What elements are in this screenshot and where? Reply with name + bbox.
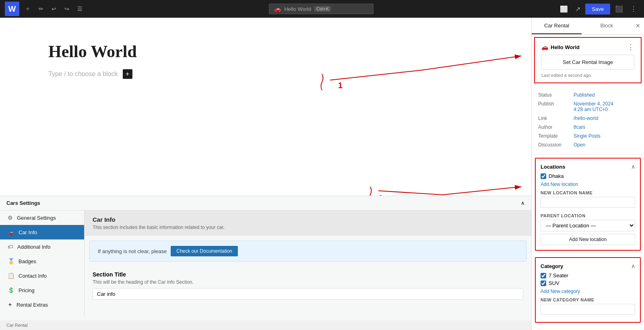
car-info-icon: 🚗 [8, 229, 14, 235]
status-value[interactable]: Published [574, 92, 595, 98]
template-label: Template [538, 133, 570, 139]
meta-link: Link /hello-world [538, 114, 638, 123]
author-value[interactable]: tfcars [574, 124, 585, 130]
rental-extras-icon: ✦ [8, 301, 12, 308]
right-panel: Car Rental Block × 🚗 Hello World ⋮ Set C… [531, 18, 644, 330]
car-info-title: Car Info [93, 216, 523, 223]
editor-content[interactable]: Hello World Type / to choose a block + 1… [0, 18, 531, 196]
cars-settings-body: ⚙ General Settings 🚗 Car Info 🏷 Addition… [0, 210, 531, 317]
locations-title: Locations [541, 164, 565, 170]
section-title-desc: This will be the heading of the Car info… [93, 279, 523, 285]
undo-button[interactable]: ↩ [49, 3, 59, 14]
add-block-inline-button[interactable]: + [123, 69, 132, 79]
car-icon: 🚗 [274, 6, 281, 12]
new-location-name-label: NEW LOCATION NAME [541, 190, 635, 195]
car-info-content: Car Info This section includes the basic… [85, 210, 531, 317]
redo-button[interactable]: ↪ [62, 3, 72, 14]
tab-car-rental[interactable]: Car Rental [532, 18, 582, 34]
category-title: Category [541, 263, 563, 269]
location-dhaka-row: Dhaka [541, 173, 635, 179]
general-icon: ⚙ [8, 214, 13, 221]
list-view-button[interactable]: ☰ [75, 3, 85, 14]
sidebar-item-general[interactable]: ⚙ General Settings [0, 210, 84, 225]
additional-icon: 🏷 [8, 243, 13, 250]
post-title[interactable]: Hello World [0, 18, 531, 69]
locations-collapse-button[interactable]: ∧ [631, 163, 635, 170]
settings-button[interactable]: ⬛ [613, 3, 625, 15]
sidebar-label-contact: Contact Info [19, 273, 47, 279]
link-value[interactable]: /hello-world [574, 116, 598, 121]
search-bar[interactable]: 🚗 Hello World Ctrl+K [269, 4, 374, 14]
view-button[interactable]: ↗ [573, 3, 583, 15]
meta-status: Status Published [538, 91, 638, 99]
meta-publish: Publish November 4, 2024 4:28 am UTC+0 [538, 99, 638, 114]
main-layout: Hello World Type / to choose a block + 1… [0, 18, 644, 330]
category-suv-checkbox[interactable] [541, 280, 546, 286]
post-more-button[interactable]: ⋮ [627, 43, 634, 52]
new-location-name-input[interactable] [541, 197, 635, 208]
shortcut-badge: Ctrl+K [314, 6, 331, 12]
sidebar-item-additional-info[interactable]: 🏷 Additional Info [0, 239, 84, 254]
section-title-input[interactable] [93, 288, 523, 300]
category-section: Category ∧ 7 Seater SUV Add New category… [535, 257, 641, 323]
locations-header: Locations ∧ [541, 163, 635, 170]
meta-section: Status Published Publish November 4, 202… [532, 86, 644, 155]
status-label: Status [538, 92, 570, 98]
add-new-location-link[interactable]: Add New location [541, 182, 635, 187]
badges-icon: 🏅 [8, 258, 14, 264]
post-name-row: 🚗 Hello World ⋮ [541, 43, 634, 52]
category-collapse-button[interactable]: ∧ [631, 263, 635, 269]
sidebar-item-car-info[interactable]: 🚗 Car Info [0, 225, 84, 239]
doc-btn[interactable]: Check our Documentation [171, 246, 238, 256]
location-dhaka-label: Dhaka [549, 173, 564, 179]
add-block-button[interactable]: ＋ [23, 3, 33, 15]
sidebar-item-rental-extras[interactable]: ✦ Rental Extras [0, 297, 84, 312]
category-7seater-checkbox[interactable] [541, 273, 546, 278]
save-button[interactable]: Save [585, 4, 610, 14]
wp-logo[interactable]: W [5, 2, 19, 16]
cars-sidebar: ⚙ General Settings 🚗 Car Info 🏷 Addition… [0, 210, 85, 317]
discussion-label: Discussion [538, 142, 570, 148]
sidebar-label-badges: Badges [19, 258, 36, 264]
post-section: 🚗 Hello World ⋮ Set Car Rental Image Las… [534, 37, 642, 83]
cars-settings-header[interactable]: Cars Settings ∧ [0, 196, 531, 210]
search-text: Hello World [284, 6, 311, 12]
annotation-2: 2 [369, 187, 522, 196]
tab-block[interactable]: Block [582, 18, 632, 34]
sidebar-label-rental-extras: Rental Extras [17, 302, 48, 308]
car-rental-footer: Car Rental [0, 320, 531, 330]
post-title-label: Hello World [551, 44, 580, 50]
set-car-rental-image-button[interactable]: Set Car Rental Image [541, 55, 634, 70]
last-edited-text: Last edited a second ago. [541, 73, 634, 78]
parent-location-select[interactable]: — Parent Location — [541, 220, 635, 231]
sidebar-item-badges[interactable]: 🏅 Badges [0, 254, 84, 268]
publish-value[interactable]: November 4, 2024 4:28 am UTC+0 [574, 101, 613, 112]
add-new-category-link[interactable]: Add New category [541, 289, 635, 294]
sidebar-item-pricing[interactable]: 💲 Pricing [0, 283, 84, 297]
new-category-name-input[interactable] [541, 304, 635, 315]
car-info-desc: This section includes the basic informat… [93, 225, 523, 230]
sidebar-item-contact-info[interactable]: 📋 Contact Info [0, 268, 84, 283]
pricing-icon: 💲 [8, 287, 14, 293]
post-name: 🚗 Hello World [541, 44, 580, 50]
locations-section: Locations ∧ Dhaka Add New location NEW L… [535, 158, 641, 251]
section-title-area: Section Title This will be the heading o… [85, 266, 531, 305]
right-panel-tabs: Car Rental Block × [532, 18, 644, 35]
car-info-header: Car Info This section includes the basic… [85, 210, 531, 236]
tools-button[interactable]: ✏ [36, 3, 46, 14]
contact-icon: 📋 [8, 272, 14, 279]
svg-text:1: 1 [338, 81, 343, 90]
publish-label: Publish [538, 101, 570, 107]
editor-area: Hello World Type / to choose a block + 1… [0, 18, 531, 330]
cars-settings-panel: Cars Settings ∧ ⚙ General Settings 🚗 Car… [0, 196, 531, 320]
sidebar-label-general: General Settings [17, 215, 56, 221]
location-dhaka-checkbox[interactable] [541, 173, 546, 179]
template-value[interactable]: Single Posts [574, 133, 601, 139]
new-category-name-label: NEW CATEGORY NAME [541, 297, 635, 302]
add-location-button[interactable]: Add New location [541, 234, 635, 245]
more-button[interactable]: ⋮ [628, 3, 639, 15]
discussion-value[interactable]: Open [574, 142, 585, 148]
panel-close-button[interactable]: × [632, 18, 644, 34]
cars-settings-title: Cars Settings [6, 200, 40, 206]
preview-button[interactable]: ⬜ [557, 3, 570, 15]
